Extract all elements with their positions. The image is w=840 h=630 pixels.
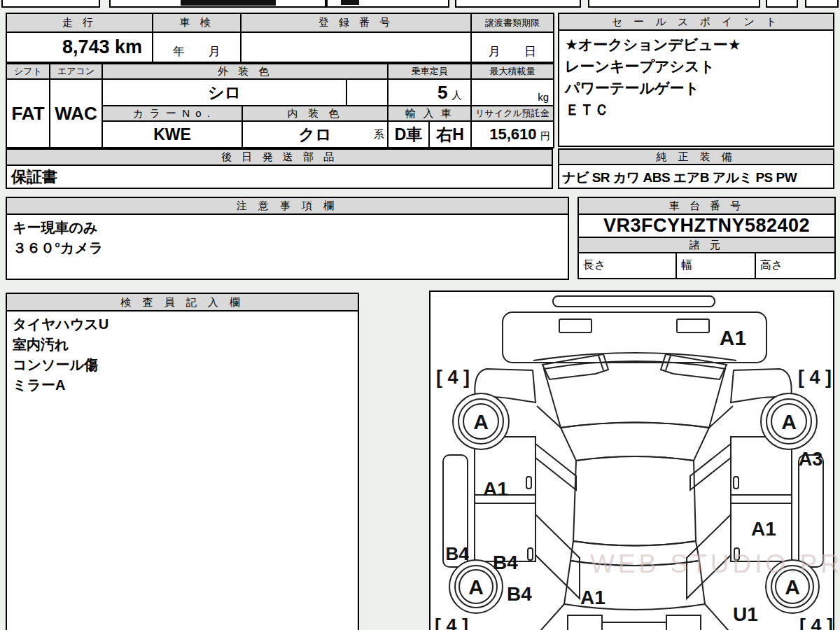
later-parts-value: 保証書 xyxy=(6,165,552,188)
damage-label: [ 4 ] xyxy=(799,615,833,630)
vehicle-detail-table: シフト エアコン 外 装 色 乗車定員 最大積載量 FAT WAC シロ 5 人… xyxy=(6,63,554,148)
genuine-equipment-header: 純 正 装 備 xyxy=(559,150,833,165)
color-no-value: KWE xyxy=(102,121,242,148)
exterior-color-value: シロ xyxy=(102,79,346,106)
mileage-value: 8,743 km xyxy=(6,32,153,62)
door-handle-right-front xyxy=(734,477,738,489)
spec-length: 長さ xyxy=(578,253,676,279)
damage-label: A xyxy=(468,575,484,598)
interior-color-suffix: 系 xyxy=(374,128,384,141)
damage-label: [ 4 ] xyxy=(436,367,470,388)
auction-sheet: 走 行 車 検 登 録 番 号 譲渡書類期限 8,743 km 年 月 月 日 … xyxy=(0,0,840,630)
recycle-unit: 円 xyxy=(540,130,550,141)
specs-header: 諸 元 xyxy=(578,237,835,253)
grille-line xyxy=(533,353,736,360)
damage-label: A1 xyxy=(751,518,776,540)
shift-value: FAT xyxy=(6,79,50,148)
import-value-2: 右H xyxy=(429,121,471,148)
damage-diagram-box: A1[ 4 ][ 4 ]AAA3A1A1B4B4B4AAA1U1[ 4 ][ 4… xyxy=(429,290,834,630)
inspector-line: タイヤハウスU xyxy=(13,314,352,335)
sales-points-header: セ ー ル ス ポ イ ン ト xyxy=(559,14,833,31)
sales-point-line: レーンキープアシスト xyxy=(565,55,827,77)
bumper-detail-left xyxy=(559,319,592,332)
sales-point-line: ★オークションデビュー★ xyxy=(565,34,827,55)
windshield xyxy=(561,423,709,461)
damage-label: [ 4 ] xyxy=(435,615,468,630)
roof xyxy=(573,456,696,546)
panel-fold-left-upper xyxy=(536,444,576,490)
mileage-header: 走 行 xyxy=(6,13,153,32)
panel-fold-rear xyxy=(536,604,734,630)
cutoff-cell xyxy=(1,0,100,8)
rear-bumper-detail-left xyxy=(568,615,602,630)
max-load-header: 最大積載量 xyxy=(471,64,554,79)
aircon-value: WAC xyxy=(50,79,102,148)
later-parts-header: 後 日 発 送 部 品 xyxy=(6,149,552,165)
interior-color-header: 内 装 色 xyxy=(242,106,388,121)
rear-bumper-bar xyxy=(602,622,666,630)
capacity-unit: 人 xyxy=(451,89,462,101)
aircon-header: エアコン xyxy=(50,64,102,79)
exterior-color-extra xyxy=(346,79,388,106)
color-no-header: カ ラ ー N o . xyxy=(102,106,242,121)
doors-right xyxy=(731,437,792,561)
notes-line: ３６０°カメラ xyxy=(13,238,562,258)
panel-fold-left-lower xyxy=(536,514,580,598)
cutoff-cell xyxy=(766,0,798,8)
damage-label: A1 xyxy=(720,326,746,349)
exterior-color-header: 外 装 色 xyxy=(102,64,388,79)
cutoff-cell xyxy=(805,0,839,8)
damage-label: A xyxy=(473,410,489,433)
sales-points-box: セ ー ル ス ポ イ ン ト ★オークションデビュー★ レーンキープアシスト … xyxy=(558,13,834,147)
recycle-header: リサイクル預託金 xyxy=(471,106,554,121)
sales-point-line: パワーテールゲート xyxy=(565,77,827,99)
inspector-notes-box: 検 査 員 記 入 欄 タイヤハウスU 室内汚れ コンソール傷 ミラーA xyxy=(6,293,359,630)
inspection-value: 年 月 xyxy=(153,32,241,62)
cutoff-cell xyxy=(455,0,581,8)
recycle-value: 15,610 円 xyxy=(471,121,554,148)
capacity-value: 5 人 xyxy=(388,79,471,106)
spec-height: 高さ xyxy=(755,253,835,279)
vehicle-info-table: 走 行 車 検 登 録 番 号 譲渡書類期限 8,743 km 年 月 月 日 xyxy=(6,13,554,63)
transfer-deadline-value: 月 日 xyxy=(471,32,554,62)
panel-fold-right-upper xyxy=(690,444,731,490)
sales-point-line: ＥＴＣ xyxy=(565,99,827,120)
chassis-value: VR3FCYHZTNY582402 xyxy=(578,214,835,237)
door-handle-left-front xyxy=(526,477,531,489)
notes-box: 注 意 事 項 欄 キー現車のみ ３６０°カメラ xyxy=(6,197,569,280)
capacity-number: 5 xyxy=(438,82,447,103)
car-top-view-diagram: A1[ 4 ][ 4 ]AAA3A1A1B4B4B4AAA1U1[ 4 ][ 4… xyxy=(430,292,833,630)
damage-label: B4 xyxy=(493,552,518,573)
spec-width: 幅 xyxy=(676,253,755,279)
damage-label: B4 xyxy=(445,543,469,564)
rear-bumper-detail-right xyxy=(666,615,701,630)
recycle-amount: 15,610 xyxy=(489,125,536,143)
notes-line: キー現車のみ xyxy=(13,218,562,238)
damage-label: A1 xyxy=(483,478,508,500)
watermark: WEB STUDIO.PRO xyxy=(590,550,840,579)
max-load-value: kg xyxy=(471,79,554,106)
genuine-equipment-value: ナビ SR カワ ABS エアB アルミ PS PW xyxy=(559,165,833,190)
inspector-notes-body: タイヤハウスU 室内汚れ コンソール傷 ミラーA xyxy=(7,312,358,398)
notes-body: キー現車のみ ３６０°カメラ xyxy=(7,215,568,261)
capacity-header: 乗車定員 xyxy=(388,64,471,79)
inspector-line: 室内汚れ xyxy=(13,335,352,355)
chassis-table: 車 台 番 号 VR3FCYHZTNY582402 諸 元 長さ 幅 高さ xyxy=(578,197,836,279)
transfer-deadline-header: 譲渡書類期限 xyxy=(471,13,554,32)
inspector-line: コンソール傷 xyxy=(13,355,352,375)
damage-label: U1 xyxy=(733,603,758,625)
cutoff-text-fragment xyxy=(341,0,359,5)
front-edge-strip xyxy=(553,296,715,307)
inspection-header: 車 検 xyxy=(153,13,241,32)
damage-label: B4 xyxy=(507,583,532,605)
registration-value xyxy=(241,32,471,62)
hood xyxy=(544,361,725,428)
chassis-header: 車 台 番 号 xyxy=(578,197,835,214)
bumper-detail-right xyxy=(677,319,709,332)
door-divider-right xyxy=(731,495,792,503)
panel-fold-front xyxy=(537,406,733,428)
genuine-equipment-box: 純 正 装 備 ナビ SR カワ ABS エアB アルミ PS PW xyxy=(558,148,834,189)
import-value-1: D車 xyxy=(388,121,429,148)
sales-points-body: ★オークションデビュー★ レーンキープアシスト パワーテールゲート ＥＴＣ xyxy=(559,31,833,123)
interior-color-text: クロ xyxy=(298,125,331,144)
